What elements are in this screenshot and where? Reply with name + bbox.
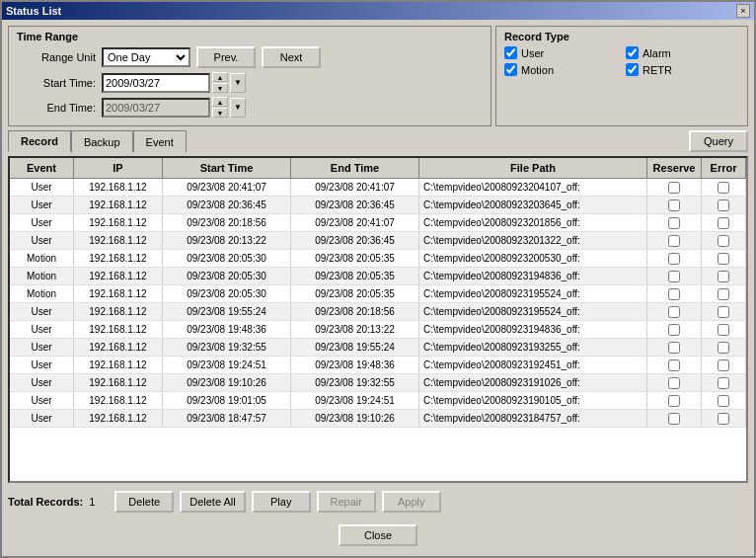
repair-button[interactable]: Repair (317, 491, 376, 513)
error-checkbox[interactable] (718, 288, 729, 300)
error-checkbox[interactable] (718, 217, 729, 229)
next-button[interactable]: Next (262, 46, 321, 68)
reserve-checkbox[interactable] (668, 271, 680, 282)
start-time-down[interactable]: ▼ (212, 83, 228, 93)
checkbox-motion: Motion (504, 63, 618, 76)
cell-reserve[interactable] (647, 357, 702, 373)
cell-reserve[interactable] (647, 392, 702, 409)
delete-all-button[interactable]: Delete All (180, 491, 245, 513)
status-list-window: Status List × Time Range Range Unit One … (0, 0, 756, 558)
reserve-checkbox[interactable] (668, 377, 680, 389)
start-time-input[interactable] (102, 73, 210, 93)
prev-button[interactable]: Prev. (196, 46, 256, 68)
cell-reserve[interactable] (647, 268, 702, 284)
error-checkbox[interactable] (718, 199, 729, 211)
cell-reserve[interactable] (647, 179, 702, 196)
error-checkbox[interactable] (718, 395, 729, 407)
start-time-calendar[interactable]: ▼ (230, 73, 246, 93)
error-checkbox[interactable] (718, 359, 729, 371)
cell-error[interactable] (702, 374, 746, 391)
close-window-button[interactable]: Close (339, 524, 417, 546)
cell-end: 09/23/08 19:10:26 (291, 410, 419, 427)
cell-reserve[interactable] (647, 197, 702, 213)
cell-error[interactable] (702, 250, 746, 267)
cell-error[interactable] (702, 392, 746, 409)
cell-reserve[interactable] (647, 374, 702, 391)
cell-event: User (10, 232, 74, 249)
tab-event[interactable]: Event (133, 130, 187, 152)
reserve-checkbox[interactable] (668, 324, 680, 336)
cell-error[interactable] (702, 232, 746, 249)
cell-error[interactable] (702, 214, 746, 231)
reserve-checkbox[interactable] (668, 199, 680, 211)
cell-path: C:\tempvideo\20080923195524_off: (419, 303, 647, 320)
start-time-up[interactable]: ▲ (212, 72, 228, 82)
error-checkbox[interactable] (718, 306, 729, 318)
cell-end: 09/23/08 20:13:22 (291, 321, 419, 338)
cell-reserve[interactable] (647, 214, 702, 231)
play-button[interactable]: Play (252, 491, 311, 513)
cell-start: 09/23/08 19:24:51 (163, 357, 291, 373)
reserve-checkbox[interactable] (668, 413, 680, 425)
cell-reserve[interactable] (647, 285, 702, 302)
apply-button[interactable]: Apply (382, 491, 441, 513)
query-button[interactable]: Query (689, 130, 748, 152)
reserve-checkbox[interactable] (668, 253, 680, 265)
cell-error[interactable] (702, 268, 746, 284)
end-time-up: ▲ (212, 97, 228, 107)
cell-reserve[interactable] (647, 339, 702, 356)
cell-ip: 192.168.1.12 (74, 250, 163, 267)
cell-start: 09/23/08 20:41:07 (163, 179, 291, 196)
error-checkbox[interactable] (718, 324, 729, 336)
delete-button[interactable]: Delete (114, 491, 174, 513)
error-checkbox[interactable] (718, 377, 729, 389)
data-table: Event IP Start Time End Time File Path R… (8, 156, 748, 483)
error-checkbox[interactable] (718, 413, 729, 425)
error-checkbox[interactable] (718, 271, 729, 282)
top-section: Time Range Range Unit One Day Prev. Next… (8, 26, 748, 126)
cell-reserve[interactable] (647, 303, 702, 320)
record-type-checkboxes: User Alarm Motion RETR (504, 46, 739, 76)
tab-backup[interactable]: Backup (71, 130, 133, 152)
cell-path: C:\tempvideo\20080923192451_off: (419, 357, 647, 373)
error-checkbox[interactable] (718, 342, 729, 354)
error-checkbox[interactable] (718, 182, 729, 194)
cell-error[interactable] (702, 197, 746, 213)
cell-path: C:\tempvideo\20080923193255_off: (419, 339, 647, 356)
cell-reserve[interactable] (647, 321, 702, 338)
cell-reserve[interactable] (647, 410, 702, 427)
cell-error[interactable] (702, 357, 746, 373)
reserve-checkbox[interactable] (668, 235, 680, 247)
cell-error[interactable] (702, 179, 746, 196)
cell-reserve[interactable] (647, 250, 702, 267)
checkbox-retr-input[interactable] (626, 63, 639, 76)
cell-error[interactable] (702, 303, 746, 320)
checkbox-motion-input[interactable] (504, 63, 517, 76)
error-checkbox[interactable] (718, 253, 729, 265)
end-time-spinners: ▲ ▼ (212, 97, 228, 118)
tab-record[interactable]: Record (8, 130, 71, 152)
cell-reserve[interactable] (647, 232, 702, 249)
close-button[interactable]: × (736, 4, 750, 18)
checkbox-user-input[interactable] (504, 46, 517, 59)
reserve-checkbox[interactable] (668, 217, 680, 229)
cell-end: 09/23/08 20:41:07 (291, 214, 419, 231)
cell-error[interactable] (702, 285, 746, 302)
cell-error[interactable] (702, 410, 746, 427)
table-row: User 192.168.1.12 09/23/08 20:18:56 09/2… (10, 214, 746, 232)
range-unit-select[interactable]: One Day (102, 47, 190, 67)
error-checkbox[interactable] (718, 235, 729, 247)
reserve-checkbox[interactable] (668, 359, 680, 371)
cell-error[interactable] (702, 321, 746, 338)
cell-path: C:\tempvideo\20080923201856_off: (419, 214, 647, 231)
cell-ip: 192.168.1.12 (74, 285, 163, 302)
reserve-checkbox[interactable] (668, 182, 680, 194)
checkbox-alarm-input[interactable] (626, 46, 639, 59)
start-time-label: Start Time: (17, 77, 96, 89)
cell-error[interactable] (702, 339, 746, 356)
reserve-checkbox[interactable] (668, 342, 680, 354)
cell-end: 09/23/08 20:41:07 (291, 179, 419, 196)
reserve-checkbox[interactable] (668, 306, 680, 318)
reserve-checkbox[interactable] (668, 288, 680, 300)
reserve-checkbox[interactable] (668, 395, 680, 407)
